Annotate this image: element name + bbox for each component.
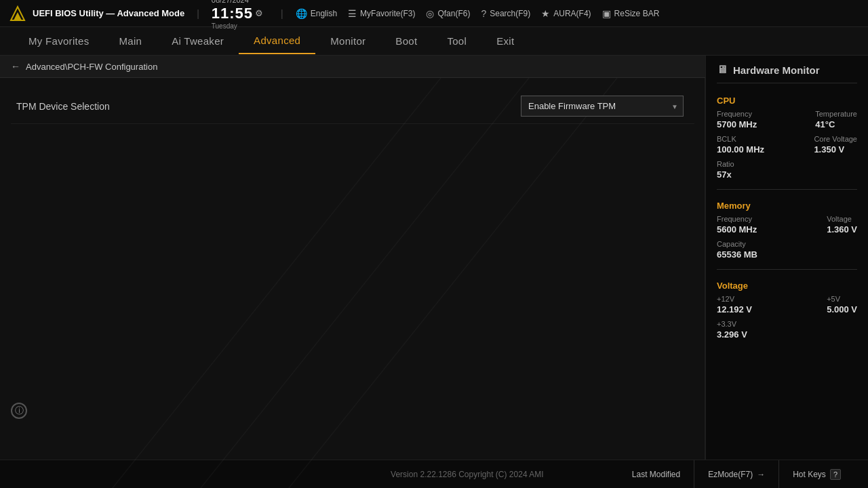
tab-exit[interactable]: Exit: [481, 28, 529, 54]
mem-freq-value: 5600 MHz: [717, 224, 757, 235]
v33-item: +3.3V 3.296 V: [717, 320, 747, 340]
sidebar: 🖥 Hardware Monitor CPU Frequency 5700 MH…: [705, 56, 868, 460]
info-icon[interactable]: ⓘ: [11, 403, 27, 419]
mem-capacity-item: Capacity 65536 MB: [717, 240, 757, 260]
hotkeys-label: Hot Keys: [793, 470, 826, 479]
svg-line-2: [176, 78, 529, 488]
hw-monitor-title: 🖥 Hardware Monitor: [717, 64, 857, 83]
datetime-area: 08/27/2024 11:55 ⚙ Tuesday: [212, 0, 263, 30]
nav-bar: My Favorites Main Ai Tweaker Advanced Mo…: [0, 27, 868, 56]
monitor-icon: 🖥: [717, 64, 728, 76]
myfavorite-button[interactable]: ☰ MyFavorite(F3): [348, 8, 415, 19]
content-divider: [705, 78, 705, 460]
resize-label: ReSize BAR: [614, 9, 660, 18]
last-modified-button[interactable]: Last Modified: [618, 460, 694, 489]
top-bar: UEFI BIOS Utility — Advanced Mode | 08/2…: [0, 0, 868, 27]
divider-2: |: [281, 8, 283, 19]
cpu-temp-label: Temperature: [815, 110, 857, 118]
mem-voltage-value: 1.360 V: [827, 224, 857, 235]
cpu-frequency-item: Frequency 5700 MHz: [717, 110, 757, 129]
cpu-ratio-row: Ratio 57x: [717, 160, 857, 180]
cpu-ratio-value: 57x: [717, 169, 734, 180]
cpu-bclk-label: BCLK: [717, 135, 764, 143]
tpm-label: TPM Device Selection: [16, 101, 110, 112]
resize-bar-button[interactable]: ▣ ReSize BAR: [602, 8, 660, 19]
v12-label: +12V: [717, 295, 752, 303]
ezmode-button[interactable]: EzMode(F7) →: [694, 460, 778, 489]
divider-1: |: [197, 8, 199, 19]
cpu-freq-value: 5700 MHz: [717, 119, 757, 129]
cpu-freq-temp-row: Frequency 5700 MHz Temperature 41°C: [717, 110, 857, 129]
mem-freq-voltage-row: Frequency 5600 MHz Voltage 1.360 V: [717, 215, 857, 235]
cpu-temp-value: 41°C: [815, 119, 857, 129]
tab-boot[interactable]: Boot: [380, 28, 432, 54]
logo-area: UEFI BIOS Utility — Advanced Mode: [8, 4, 184, 23]
resize-icon: ▣: [602, 8, 611, 19]
search-button[interactable]: ? Search(F9): [481, 8, 530, 19]
language-selector[interactable]: 🌐 English: [296, 8, 337, 19]
qfan-button[interactable]: ◎ Qfan(F6): [426, 8, 470, 19]
date-display: 08/27/2024: [212, 0, 263, 5]
time-display: 11:55: [212, 5, 253, 22]
v33-row: +3.3V 3.296 V: [717, 320, 857, 340]
mem-voltage-item: Voltage 1.360 V: [827, 215, 857, 235]
cpu-bclk-item: BCLK 100.00 MHz: [717, 135, 764, 155]
v5-item: +5V 5.000 V: [827, 295, 857, 314]
bottom-bar: Version 2.22.1286 Copyright (C) 2024 AMI…: [0, 460, 868, 488]
tab-main[interactable]: Main: [104, 28, 157, 54]
hw-monitor-label: Hardware Monitor: [733, 64, 820, 76]
v33-value: 3.296 V: [717, 329, 747, 340]
language-icon: 🌐: [296, 8, 307, 19]
cpu-core-voltage-item: Core Voltage 1.350 V: [814, 135, 857, 155]
mem-capacity-row: Capacity 65536 MB: [717, 240, 857, 260]
tpm-select[interactable]: Enable Firmware TPM Discrete TPM No TPM: [521, 96, 684, 117]
bottom-actions: Last Modified EzMode(F7) → Hot Keys ?: [618, 460, 854, 489]
bios-title: UEFI BIOS Utility — Advanced Mode: [33, 8, 184, 18]
asus-logo-icon: [8, 4, 27, 23]
tpm-select-wrapper[interactable]: Enable Firmware TPM Discrete TPM No TPM: [521, 96, 684, 117]
content-area: ← Advanced\PCH-FW Configuration TPM Devi…: [0, 56, 705, 460]
tab-tool[interactable]: Tool: [432, 28, 481, 54]
myfav-icon: ☰: [348, 8, 357, 19]
v5-value: 5.000 V: [827, 304, 857, 314]
breadcrumb-bar: ← Advanced\PCH-FW Configuration: [0, 56, 705, 78]
v5-label: +5V: [827, 295, 857, 303]
tab-my-favorites[interactable]: My Favorites: [14, 28, 104, 54]
cpu-divider: [717, 189, 857, 190]
v12-value: 12.192 V: [717, 304, 752, 314]
hotkeys-key-icon: ?: [830, 469, 841, 480]
tab-advanced[interactable]: Advanced: [239, 28, 315, 54]
mem-voltage-label: Voltage: [827, 215, 857, 223]
cpu-bclk-voltage-row: BCLK 100.00 MHz Core Voltage 1.350 V: [717, 135, 857, 155]
qfan-icon: ◎: [426, 8, 434, 19]
cpu-core-voltage-label: Core Voltage: [814, 135, 857, 143]
cpu-freq-label: Frequency: [717, 110, 757, 118]
cpu-temp-item: Temperature 41°C: [815, 110, 857, 129]
v12-v5-row: +12V 12.192 V +5V 5.000 V: [717, 295, 857, 314]
aura-icon: ★: [541, 8, 550, 19]
ezmode-label: EzMode(F7): [708, 470, 753, 479]
search-icon: ?: [481, 8, 486, 19]
settings-icon[interactable]: ⚙: [255, 8, 263, 19]
cpu-section-title: CPU: [717, 96, 857, 106]
tab-ai-tweaker[interactable]: Ai Tweaker: [157, 28, 239, 54]
cpu-bclk-value: 100.00 MHz: [717, 144, 764, 155]
myfav-label: MyFavorite(F3): [360, 9, 415, 18]
mem-freq-label: Frequency: [717, 215, 757, 223]
search-label: Search(F9): [490, 9, 530, 18]
version-text: Version 2.22.1286 Copyright (C) 2024 AMI: [316, 470, 618, 479]
hotkeys-button[interactable]: Hot Keys ?: [778, 460, 854, 489]
v33-label: +3.3V: [717, 320, 747, 328]
aura-label: AURA(F4): [553, 9, 591, 18]
breadcrumb-text: Advanced\PCH-FW Configuration: [26, 62, 157, 72]
last-modified-label: Last Modified: [632, 470, 680, 479]
main-layout: ← Advanced\PCH-FW Configuration TPM Devi…: [0, 56, 868, 460]
tab-monitor[interactable]: Monitor: [315, 28, 380, 54]
info-area: ⓘ: [11, 403, 27, 419]
bg-decoration: [0, 78, 705, 488]
aura-button[interactable]: ★ AURA(F4): [541, 8, 591, 19]
svg-line-4: [88, 78, 441, 488]
back-arrow-icon[interactable]: ←: [11, 61, 20, 72]
language-label: English: [311, 9, 337, 18]
ezmode-arrow-icon: →: [757, 470, 765, 479]
